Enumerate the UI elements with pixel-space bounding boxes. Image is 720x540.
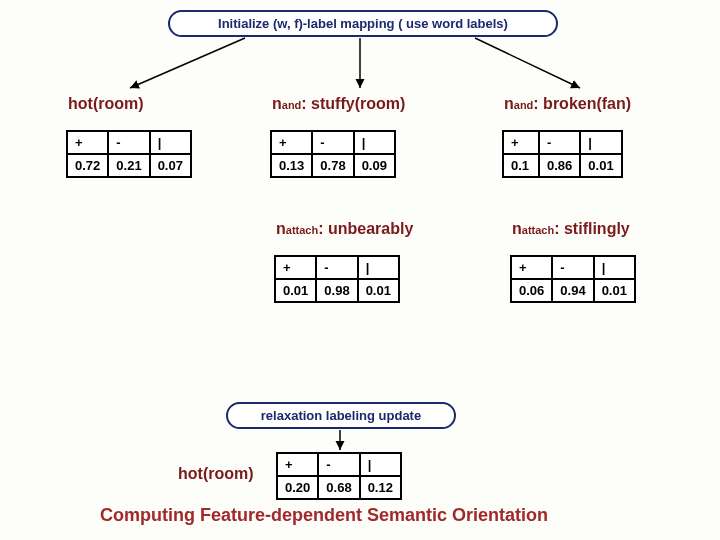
node-title-stiflingly: nattach: stiflingly <box>512 220 630 238</box>
unbearably-val-plus: 0.01 <box>275 279 316 302</box>
broken-col-bar: | <box>580 131 621 154</box>
stuffy-val-minus: 0.78 <box>312 154 353 177</box>
relaxation-text: relaxation labeling update <box>261 408 421 423</box>
svg-line-2 <box>475 38 580 88</box>
table-final: + - | 0.20 0.68 0.12 <box>276 452 402 500</box>
stuffy-val-bar: 0.09 <box>354 154 395 177</box>
unbearably-col-minus: - <box>316 256 357 279</box>
node-title-stuffy: nand: stuffy(room) <box>272 95 405 113</box>
unbearably-val-bar: 0.01 <box>358 279 399 302</box>
initialize-text: Initialize (w, f)-label mapping ( use wo… <box>218 16 508 31</box>
final-col-bar: | <box>360 453 401 476</box>
hot-col-plus: + <box>67 131 108 154</box>
node-title-unbearably: nattach: unbearably <box>276 220 413 238</box>
hot-col-bar: | <box>150 131 191 154</box>
table-stuffy: + - | 0.13 0.78 0.09 <box>270 130 396 178</box>
stiflingly-val-minus: 0.94 <box>552 279 593 302</box>
node-title-hot: hot(room) <box>68 95 144 113</box>
broken-col-plus: + <box>503 131 539 154</box>
hot-val-plus: 0.72 <box>67 154 108 177</box>
final-title: hot(room) <box>178 465 254 483</box>
stiflingly-col-plus: + <box>511 256 552 279</box>
unbearably-col-plus: + <box>275 256 316 279</box>
table-broken: + - | 0.1 0.86 0.01 <box>502 130 623 178</box>
final-val-plus: 0.20 <box>277 476 318 499</box>
broken-val-minus: 0.86 <box>539 154 580 177</box>
broken-val-bar: 0.01 <box>580 154 621 177</box>
page-footer-title: Computing Feature-dependent Semantic Ori… <box>100 505 548 526</box>
final-col-plus: + <box>277 453 318 476</box>
stuffy-col-minus: - <box>312 131 353 154</box>
table-unbearably: + - | 0.01 0.98 0.01 <box>274 255 400 303</box>
broken-col-minus: - <box>539 131 580 154</box>
hot-col-minus: - <box>108 131 149 154</box>
table-stiflingly: + - | 0.06 0.94 0.01 <box>510 255 636 303</box>
unbearably-val-minus: 0.98 <box>316 279 357 302</box>
node-title-broken: nand: broken(fan) <box>504 95 631 113</box>
initialize-box: Initialize (w, f)-label mapping ( use wo… <box>168 10 558 37</box>
svg-line-0 <box>130 38 245 88</box>
stuffy-col-plus: + <box>271 131 312 154</box>
stiflingly-col-bar: | <box>594 256 635 279</box>
stuffy-col-bar: | <box>354 131 395 154</box>
unbearably-col-bar: | <box>358 256 399 279</box>
stiflingly-val-bar: 0.01 <box>594 279 635 302</box>
broken-val-plus: 0.1 <box>503 154 539 177</box>
table-hot: + - | 0.72 0.21 0.07 <box>66 130 192 178</box>
hot-title-text: hot(room) <box>68 95 144 112</box>
relaxation-box: relaxation labeling update <box>226 402 456 429</box>
stiflingly-val-plus: 0.06 <box>511 279 552 302</box>
stiflingly-col-minus: - <box>552 256 593 279</box>
hot-val-minus: 0.21 <box>108 154 149 177</box>
final-val-bar: 0.12 <box>360 476 401 499</box>
hot-val-bar: 0.07 <box>150 154 191 177</box>
stuffy-val-plus: 0.13 <box>271 154 312 177</box>
final-val-minus: 0.68 <box>318 476 359 499</box>
final-col-minus: - <box>318 453 359 476</box>
